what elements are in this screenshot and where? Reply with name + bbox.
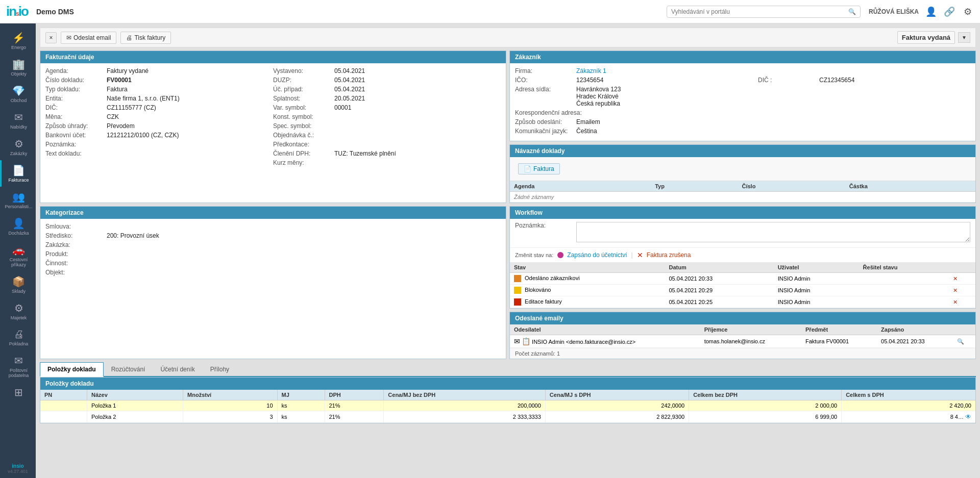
sidebar-item-fakturace[interactable]: 📄 Fakturace	[0, 160, 36, 187]
wf-del-1[interactable]: ✕	[949, 285, 975, 296]
status-dropdown[interactable]: Faktura vydaná	[897, 31, 955, 44]
fakturacni-right-col: Vystaveno: 05.04.2021 DUZP: 05.04.2021 Ú…	[273, 67, 501, 168]
zakaznik-kores-row: Korespondenční adresa:	[515, 109, 970, 116]
zakazky-icon: ⚙	[14, 138, 23, 150]
pokladna-icon: 🖨	[14, 329, 24, 340]
sidebar-item-pokladna[interactable]: 🖨 Pokladna	[0, 324, 36, 350]
sidebar-item-objekty[interactable]: 🏢 Objekty	[0, 54, 36, 81]
wf-date-2: 05.04.2021 20:25	[665, 296, 773, 308]
sidebar-item-energo[interactable]: ⚡ Energo	[0, 28, 36, 54]
cleneni-value: TUZ: Tuzemské plnění	[334, 150, 496, 157]
user-profile-icon[interactable]: 👤	[925, 6, 937, 18]
konst-label: Konst. symbol:	[273, 113, 334, 120]
navazne-title: Návazné doklady	[510, 145, 975, 157]
search-bar[interactable]: 🔍	[667, 6, 861, 18]
sidebar-item-label-majetek: Majetek	[11, 315, 27, 320]
email-row-icon1: ✉	[514, 337, 520, 345]
search-input[interactable]	[671, 8, 846, 15]
status-arrow-icon[interactable]: ▼	[958, 32, 970, 43]
wf-user-2: INSIO Admin	[774, 296, 859, 308]
wf-user-0: INSIO Admin	[774, 273, 859, 285]
form-row-zpusob: Způsob úhrady: Převodem	[45, 122, 268, 130]
sidebar-item-obchod[interactable]: 💎 Obchod	[0, 81, 36, 107]
polozky-col-nazev: Název	[87, 390, 183, 400]
email-search-icon-0[interactable]: 🔍	[953, 335, 975, 348]
firma-link[interactable]: Zákazník 1	[576, 67, 606, 74]
sidebar-item-sklady[interactable]: 📦 Sklady	[0, 271, 36, 298]
polozky-table: PN Název Množství MJ DPH Cena/MJ bez DPH…	[40, 390, 975, 423]
wf-state-0: Odesláno zákazníkovi	[510, 273, 665, 285]
faktura-tab-button[interactable]: 📄 Faktura	[518, 163, 560, 174]
polozky-celkem-s-0: 2 420,00	[842, 400, 975, 411]
sidebar-item-label-fakturace: Fakturace	[8, 178, 29, 183]
sidebar-item-majetek[interactable]: ⚙ Majetek	[0, 298, 36, 324]
text-value	[107, 150, 268, 157]
kategorizace-section: Kategorizace Smlouva: Středisko: 200: Pr…	[40, 206, 506, 359]
kat-zakazka-row: Zakázka:	[45, 241, 501, 248]
tabs-bar: Položky dokladu Rozúčtování Účetní deník…	[40, 362, 976, 377]
sidebar-item-postovni[interactable]: ✉ Poštovní podatelna	[0, 350, 36, 382]
form-row-entita: Entita: Naše firma 1, s.r.o. (ENT1)	[45, 95, 268, 102]
main-content: × ✉ Odeslat email 🖨 Tisk faktury Faktura…	[36, 23, 980, 478]
row-expand-icon[interactable]: 👁	[965, 413, 971, 420]
wf-col-uzivatel: Uživatel	[774, 262, 859, 273]
polozky-title: Položky dokladu	[40, 378, 975, 390]
form-row-varsymbol: Var. symbol: 00001	[273, 104, 496, 111]
sidebar-item-personalisti[interactable]: 👥 Personalisti...	[0, 187, 36, 213]
sidebar-item-cestovni[interactable]: 🚗 Cestovní příkazy	[0, 240, 36, 271]
tab-polozky[interactable]: Položky dokladu	[40, 362, 104, 377]
doc-header: × ✉ Odeslat email 🖨 Tisk faktury Faktura…	[40, 28, 976, 47]
send-email-button[interactable]: ✉ Odeslat email	[61, 32, 116, 44]
wf-state-btn2[interactable]: ✕ Faktura zrušena	[637, 251, 691, 259]
search-icon[interactable]: 🔍	[848, 8, 856, 15]
sidebar-item-label-zakazky: Zakázky	[10, 151, 28, 156]
produkt-label: Produkt:	[45, 250, 107, 258]
wf-del-2[interactable]: ✕	[949, 296, 975, 308]
sidebar-item-zakazky[interactable]: ⚙ Zakázky	[0, 134, 36, 160]
bottom-tabs: Položky dokladu Rozúčtování Účetní deník…	[40, 362, 976, 423]
polozky-celkem-bez-0: 2 000,00	[689, 400, 842, 411]
vystaveno-value: 05.04.2021	[334, 67, 496, 74]
wf-state-btn1-label: Zapsáno do účetnictví	[567, 251, 627, 259]
navazne-section: Návazné doklady 📄 Faktura Agenda Typ Čís…	[509, 144, 976, 203]
wf-del-0[interactable]: ✕	[949, 273, 975, 285]
form-row-dic: DIČ: CZ11155777 (CZ)	[45, 104, 268, 111]
polozky-cena-s-1: 2 822,9300	[545, 411, 689, 423]
sidebar-item-label-cestovni: Cestovní příkazy	[4, 257, 34, 267]
cislo-label: Číslo dokladu:	[45, 77, 107, 84]
wf-change-label: Změnit stav na:	[515, 252, 553, 258]
sidebar-item-apps[interactable]: ⊞	[0, 382, 36, 404]
wf-state-sep: |	[631, 251, 633, 259]
sidebar-item-nabidky[interactable]: ✉ Nabídky	[0, 107, 36, 134]
wf-change-state-bar: Změnit stav na: Zapsáno do účetnictví | …	[510, 248, 975, 262]
topbar-right: RŮŽOVÁ ELIŠKA 👤 🔗 ⚙	[869, 6, 974, 18]
right-sections: Zákazník Firma: Zákazník 1 IČO: 12345654…	[509, 51, 976, 203]
spec-value	[334, 122, 496, 130]
wf-state-btn1[interactable]: Zapsáno do účetnictví	[557, 251, 627, 259]
form-row-duzp: DUZP: 05.04.2021	[273, 77, 496, 84]
polozky-nazev-0: Položka 1	[87, 400, 183, 411]
sidebar-item-dochazka[interactable]: 👤 Docházka	[0, 213, 36, 240]
cleneni-label: Členění DPH:	[273, 150, 334, 157]
adresa-value: Havránkova 123 Hradec Králové Česká repu…	[576, 86, 970, 107]
bank-value: 12121212/0100 (CZ, CZK)	[107, 132, 268, 139]
objekty-icon: 🏢	[12, 58, 25, 70]
zakaznik-body: Firma: Zákazník 1 IČO: 12345654 DIČ : CZ…	[510, 63, 975, 141]
tab-rozuctovani[interactable]: Rozúčtování	[104, 362, 153, 377]
tab-ucetni[interactable]: Účetní deník	[153, 362, 202, 377]
form-row-bank: Bankovní účet: 12121212/0100 (CZ, CZK)	[45, 132, 268, 139]
tab-prilohy[interactable]: Přílohy	[203, 362, 237, 377]
zakazka-label: Zakázka:	[45, 241, 107, 248]
typ-value: Faktura	[107, 86, 268, 93]
wf-note-input[interactable]	[576, 222, 970, 242]
sidebar-item-label-postovni: Poštovní podatelna	[4, 368, 34, 378]
zakaznik-jazyk-row: Komunikační jazyk: Čeština	[515, 128, 970, 135]
notifications-icon[interactable]: 🔗	[943, 6, 955, 18]
print-button[interactable]: 🖨 Tisk faktury	[120, 32, 171, 44]
spec-label: Spec. symbol:	[273, 122, 334, 130]
smlouva-value	[107, 223, 501, 230]
settings-icon[interactable]: ⚙	[962, 6, 974, 18]
wf-state-icon-2	[514, 298, 521, 306]
close-button[interactable]: ×	[45, 32, 57, 43]
polozky-pn-0	[40, 400, 87, 411]
